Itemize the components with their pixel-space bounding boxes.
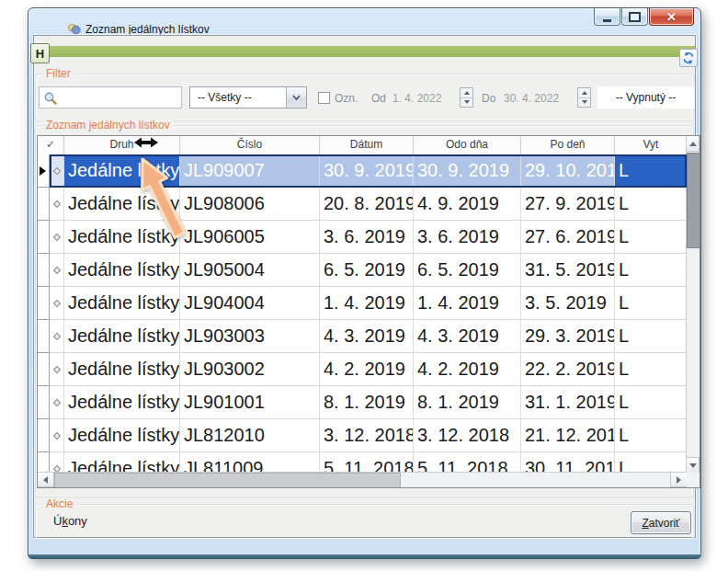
cell-odo-dna[interactable]: 3. 6. 2019 — [414, 221, 521, 254]
vertical-scrollbar[interactable] — [686, 136, 700, 473]
step-up-icon[interactable] — [461, 88, 472, 97]
header-check-column[interactable]: ✓ — [38, 136, 64, 154]
cell-po-den[interactable]: 21. 12. 2018 — [521, 419, 615, 452]
zatvorit-button[interactable]: Zatvoriť — [631, 511, 691, 534]
row-gutter[interactable] — [38, 419, 50, 452]
cell-odo-dna[interactable]: 6. 5. 2019 — [414, 254, 521, 287]
table-row[interactable]: Jedálne lístky JL811009 5. 11. 2018 5. 1… — [38, 452, 687, 473]
minimize-button[interactable] — [594, 8, 620, 26]
ozn-checkbox-label[interactable]: Ozn. — [335, 92, 358, 105]
table-row[interactable]: Jedálne lístky JL901001 8. 1. 2019 8. 1.… — [38, 386, 687, 419]
row-gutter[interactable] — [38, 188, 50, 221]
maximize-button[interactable] — [621, 8, 648, 26]
cell-datum[interactable]: 30. 9. 2019 — [320, 154, 414, 188]
cell-druh[interactable]: Jedálne lístky — [64, 353, 180, 386]
horizontal-scrollbar-thumb[interactable] — [54, 473, 401, 488]
cell-datum[interactable]: 3. 12. 2018 — [320, 419, 414, 452]
state-select[interactable]: -- Vypnutý -- — [597, 86, 694, 108]
row-state-cell[interactable] — [50, 254, 64, 287]
cell-odo-dna[interactable]: 4. 3. 2019 — [414, 320, 521, 353]
cell-druh[interactable]: Jedálne lístky — [64, 419, 180, 452]
scroll-left-button[interactable] — [38, 473, 54, 487]
ukony-menu-button[interactable]: Úkony — [53, 514, 87, 528]
row-state-cell[interactable] — [50, 154, 64, 188]
scroll-right-button[interactable] — [670, 473, 687, 487]
cell-po-den[interactable]: 31. 1. 2019 — [521, 386, 615, 419]
cell-cislo[interactable]: JL905004 — [180, 254, 320, 287]
scroll-up-button[interactable] — [687, 136, 700, 152]
header-odo-dna[interactable]: Odo dňa — [414, 136, 521, 154]
row-gutter[interactable] — [38, 254, 50, 287]
cell-cislo[interactable]: JL904004 — [180, 287, 320, 320]
header-vyt[interactable]: Vyt — [615, 136, 687, 154]
row-state-cell[interactable] — [50, 386, 64, 419]
cell-druh[interactable]: Jedálne lístky — [64, 386, 180, 419]
cell-odo-dna[interactable]: 8. 1. 2019 — [414, 386, 521, 419]
cell-datum[interactable]: 6. 5. 2019 — [320, 254, 414, 287]
cell-vyt[interactable]: L — [615, 419, 687, 452]
row-state-cell[interactable] — [50, 287, 64, 320]
cell-odo-dna[interactable]: 5. 11. 2018 — [414, 452, 521, 473]
scroll-down-button[interactable] — [687, 457, 700, 473]
cell-po-den[interactable]: 29. 3. 2019 — [521, 320, 615, 353]
step-up-icon[interactable] — [578, 88, 590, 97]
cell-datum[interactable]: 4. 3. 2019 — [320, 320, 414, 353]
cell-datum[interactable]: 4. 2. 2019 — [320, 353, 414, 386]
type-select-dropdown-button[interactable] — [286, 87, 306, 108]
refresh-button[interactable] — [679, 49, 698, 67]
cell-vyt[interactable]: L — [615, 188, 687, 221]
cell-vyt[interactable]: L — [615, 154, 687, 188]
table-row[interactable]: Jedálne lístky JL905004 6. 5. 2019 6. 5.… — [38, 254, 687, 287]
date-from-value[interactable]: 1. 4. 2022 — [392, 92, 441, 105]
table-row[interactable]: Jedálne lístky JL903003 4. 3. 2019 4. 3.… — [38, 320, 687, 353]
cell-cislo[interactable]: JL903003 — [180, 320, 320, 353]
date-to-value[interactable]: 30. 4. 2022 — [504, 92, 559, 105]
cell-vyt[interactable]: L — [615, 386, 687, 419]
cell-druh[interactable]: Jedálne lístky — [64, 320, 180, 353]
cell-datum[interactable]: 20. 8. 2019 — [320, 188, 414, 221]
cell-vyt[interactable]: L — [615, 353, 687, 386]
cell-po-den[interactable]: 27. 9. 2019 — [521, 188, 615, 221]
row-state-cell[interactable] — [50, 221, 64, 254]
search-input[interactable] — [39, 86, 182, 108]
cell-datum[interactable]: 3. 6. 2019 — [320, 221, 414, 254]
cell-druh[interactable]: Jedálne lístky — [64, 452, 180, 473]
cell-odo-dna[interactable]: 4. 9. 2019 — [414, 188, 521, 221]
header-po-den[interactable]: Po deň — [521, 136, 615, 154]
row-state-cell[interactable] — [50, 452, 64, 473]
cell-vyt[interactable]: L — [615, 287, 687, 320]
date-to-stepper[interactable] — [577, 87, 591, 108]
row-gutter[interactable] — [38, 320, 50, 353]
close-window-button[interactable]: ✕ — [649, 8, 694, 26]
cell-vyt[interactable]: L — [615, 452, 687, 473]
step-down-icon[interactable] — [461, 97, 472, 108]
row-state-cell[interactable] — [50, 353, 64, 386]
cell-po-den[interactable]: 30. 11. 2018 — [521, 452, 615, 473]
cell-datum[interactable]: 5. 11. 2018 — [320, 452, 414, 473]
row-state-cell[interactable] — [50, 320, 64, 353]
header-datum[interactable]: Dátum — [320, 136, 414, 154]
type-select[interactable]: -- Všetky -- — [189, 86, 307, 108]
cell-po-den[interactable]: 31. 5. 2019 — [521, 254, 615, 287]
cell-cislo[interactable]: JL812010 — [180, 419, 320, 452]
row-gutter[interactable] — [38, 386, 50, 419]
row-gutter[interactable] — [38, 221, 50, 254]
cell-odo-dna[interactable]: 4. 2. 2019 — [414, 353, 521, 386]
cell-vyt[interactable]: L — [615, 254, 687, 287]
cell-vyt[interactable]: L — [615, 221, 687, 254]
row-gutter[interactable] — [38, 287, 50, 320]
row-gutter[interactable] — [38, 452, 50, 473]
cell-po-den[interactable]: 22. 2. 2019 — [521, 353, 615, 386]
table-row[interactable]: Jedálne lístky JL904004 1. 4. 2019 1. 4.… — [38, 287, 687, 320]
cell-cislo[interactable]: JL811009 — [180, 452, 320, 473]
cell-druh[interactable]: Jedálne lístky — [64, 254, 180, 287]
row-gutter[interactable] — [38, 353, 50, 386]
cell-datum[interactable]: 1. 4. 2019 — [320, 287, 414, 320]
date-from-stepper[interactable] — [460, 87, 473, 108]
row-state-cell[interactable] — [50, 419, 64, 452]
row-gutter[interactable] — [38, 154, 50, 188]
h-toolbar-button[interactable]: H — [30, 43, 50, 63]
cell-po-den[interactable]: 3. 5. 2019 — [521, 287, 615, 320]
cell-odo-dna[interactable]: 1. 4. 2019 — [414, 287, 521, 320]
cell-odo-dna[interactable]: 30. 9. 2019 — [414, 154, 521, 188]
